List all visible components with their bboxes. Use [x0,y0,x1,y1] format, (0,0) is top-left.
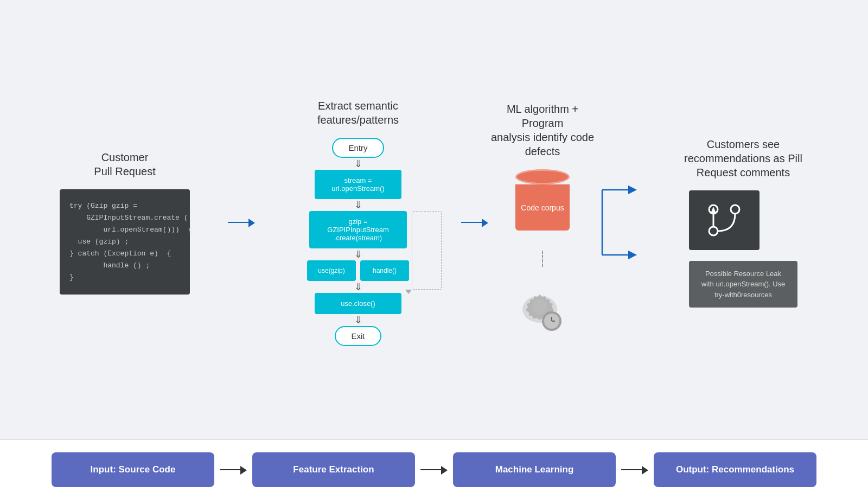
fc-entry-node: Entry [332,138,384,158]
fc-box-4: use.close() [315,293,401,314]
bottom-pipeline: Input: Source Code Feature Extraction Ma… [0,439,868,499]
column-2: Extract semantic features/patterns Entry… [255,99,461,346]
fc-box-1: stream =url.openStream() [315,170,401,199]
fc-box-2: gzip =GZIPIPInputStream.create(stream) [309,211,407,248]
fc-arrow-4: ⇓ [354,281,362,293]
col1-title: Customer Pull Request [94,150,155,178]
svg-marker-15 [711,207,716,213]
pipeline-box-3: Machine Learning [453,452,616,487]
cylinder-body: Code corpus [515,184,570,231]
pr-icon-box [689,190,760,250]
column-3: ML algorithm + Program analysis identify… [488,102,597,343]
svg-marker-10 [628,251,637,259]
dashed-side-box [412,211,442,290]
svg-point-13 [731,205,739,214]
fc-arrow-1: ⇓ [354,158,362,170]
pipeline-arrow-1 [220,464,247,475]
pull-request-icon [703,201,746,239]
arrow-right-icon-2 [461,217,488,228]
arrow-right-icon [228,217,255,228]
code-block: try (Gzip gzip = GZIPInputStream.create … [60,189,190,295]
cylinder-top [515,169,570,184]
fc-exit-node: Exit [335,326,381,346]
pipeline-arrow-3 [621,464,648,475]
dashed-arrow [542,251,543,267]
fc-arrow-3: ⇓ [354,248,362,260]
col3-title: ML algorithm + Program analysis identify… [488,102,597,158]
bracket-arrow-svg [597,168,640,277]
ml-visuals: Code corpus [513,169,572,343]
fc-row-3: use(gzip) handle() [307,260,409,281]
arrow-1-2 [228,217,255,228]
database-cylinder: Code corpus [515,169,570,234]
svg-point-1 [532,299,547,315]
bracket-arrows-container [597,168,640,277]
column-1: Customer Pull Request try (Gzip gzip = G… [22,150,228,295]
fc-arrow-5: ⇓ [354,314,362,326]
comment-box: Possible Resource Leakwith url.openStrea… [689,261,797,308]
main-diagram-area: Customer Pull Request try (Gzip gzip = G… [0,0,868,439]
flowchart: Entry ⇓ stream =url.openStream() ⇓ gzip … [307,138,409,346]
fc-arrow-2: ⇓ [354,199,362,211]
dashed-arrow-down [405,290,412,294]
pipeline-box-4: Output: Recommendations [654,452,816,487]
column-4: Customers see recommendations as Pill Re… [640,137,846,308]
arrow-2-3 [461,217,488,228]
col2-title: Extract semantic features/patterns [317,99,399,127]
fc-box-3a: use(gzip) [307,260,356,281]
pipeline-box-1: Input: Source Code [52,452,214,487]
fc-box-3b: handle() [360,260,409,281]
col4-visuals: Possible Resource Leakwith url.openStrea… [689,190,797,308]
svg-point-11 [709,227,718,235]
pipeline-box-2: Feature Extraction [252,452,415,487]
brain-icon [513,283,572,343]
pipeline-arrow-2 [420,464,448,475]
svg-marker-8 [628,185,637,194]
fc-box2-container: gzip =GZIPIPInputStream.create(stream) [309,211,407,248]
col4-title: Customers see recommendations as Pill Re… [684,137,802,180]
